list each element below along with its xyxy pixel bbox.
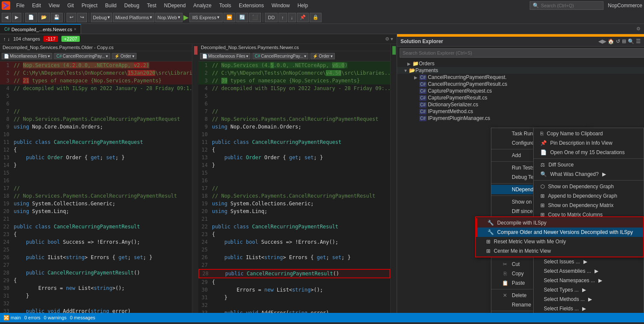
tab-close-btn[interactable]: × (74, 27, 76, 32)
iis-btn[interactable]: IIS Express ▾ (189, 13, 223, 22)
next-change-btn[interactable]: ↓ (8, 36, 10, 41)
attach-btn[interactable]: ⏩ (223, 13, 235, 22)
left-file-btn[interactable]: 📄 Miscellaneous Files ▾ (2, 53, 52, 59)
right-file-btn[interactable]: 📄 Miscellaneous Files ▾ (200, 53, 250, 59)
tree-item-capture-res[interactable]: C# CapturePaymentResult.cs (397, 94, 644, 101)
se-btn-1[interactable]: ◀▶ (598, 38, 606, 44)
ndepend-declarations[interactable]: 📄 Open One of my 15 Declarations (534, 148, 644, 157)
ndepend-select-issues[interactable]: Select Issues ... ▶ (534, 257, 644, 266)
se-btn-6[interactable]: ☰ (636, 38, 641, 44)
menu-view[interactable]: View (45, 2, 63, 9)
code-line: 24 public bool Success => !Errors.Any(); (198, 238, 390, 246)
se-btn-3[interactable]: ↺ (616, 38, 620, 44)
right-code-content[interactable]: 1// Nop.Services (4.5.0.0, .NETCoreApp, … (198, 61, 390, 313)
app-name-label: NopCommerce (608, 3, 642, 9)
project-dropdown[interactable]: Nop.Web ▾ (155, 13, 183, 22)
stop-btn[interactable]: ⬛ (249, 13, 261, 22)
ndepend-select-assemblies[interactable]: Select Assemblies ... ▶ (534, 266, 644, 276)
tree-item-cancelresult[interactable]: C# CancelRecurringPaymentResult.cs (397, 81, 644, 88)
forward-btn[interactable]: ▶ (12, 13, 21, 22)
ndepend-append-dep-graph[interactable]: ⊞ Append to Dependency Graph (534, 191, 644, 201)
ndepend-copy-name[interactable]: ⎘ Copy Name to Clipboard (534, 129, 644, 138)
tree-item-ipayment[interactable]: C# IPaymentMethod.cs (397, 108, 644, 115)
ilspy-highlight-section: 28 public CancelRecurringPaymentResult() (198, 269, 390, 278)
menu-file[interactable]: File (13, 2, 28, 9)
menu-edit[interactable]: Edit (29, 2, 44, 9)
tree-item-iplugin[interactable]: C# IPaymentPluginManager.cs (397, 115, 644, 122)
se-btn-4[interactable]: ⊞ (622, 38, 626, 44)
ilspy-reset-metric[interactable]: ⊞ Reset Metric View with Me Only (476, 237, 643, 246)
active-tab[interactable]: C# Decompiled_...ents.Newer.cs × (0, 24, 81, 34)
menu-window[interactable]: Window (268, 2, 293, 9)
open-btn[interactable]: 📂 (38, 13, 50, 22)
ndepend-pin-desc[interactable]: 📌 Pin Description in Info View (534, 138, 644, 148)
undo-btn[interactable]: ↩ (67, 13, 76, 22)
git-branch[interactable]: 🔀 main (3, 315, 21, 321)
right-class-btn[interactable]: C# CancelRecurringPay... ▾ (252, 53, 308, 59)
extra-btn1[interactable]: DD (265, 13, 278, 22)
left-class-btn[interactable]: C# CancelRecurringPay... ▾ (54, 53, 110, 59)
menu-test[interactable]: Test (144, 2, 160, 9)
menu-help[interactable]: Help (294, 2, 311, 9)
menu-build[interactable]: Build (102, 2, 120, 9)
prev-change-btn[interactable]: ↑ (3, 36, 6, 41)
left-scrollbar[interactable] (192, 44, 198, 313)
ilspy-compare[interactable]: 🔧 Compare Older and Newer Versions Decom… (476, 228, 643, 237)
search-input[interactable] (541, 3, 600, 8)
menu-project[interactable]: Project (78, 2, 101, 9)
ndepend-item-label: Diff Source (548, 162, 574, 168)
platform-dropdown[interactable]: Mixed Platforms ▾ (113, 13, 154, 22)
se-btn-2[interactable]: 🏠 (608, 38, 614, 44)
ndepend-select-fields[interactable]: Select Fields ... ▶ (534, 304, 644, 313)
menu-git[interactable]: Git (64, 2, 77, 9)
right-code-pane: Decompiled_Nop.Services.Payments.Newer.c… (198, 44, 391, 313)
tree-item-dict[interactable]: C# DictionarySerializer.cs (397, 101, 644, 108)
redo-btn[interactable]: ↪ (77, 13, 87, 22)
reload-btn[interactable]: 🔄 (236, 13, 248, 22)
back-btn[interactable]: ◀ (2, 13, 11, 22)
tree-item-label: Payments (415, 67, 438, 73)
ctx-label: Copy (512, 271, 524, 277)
dep-graph-icon: ⬡ (540, 184, 545, 190)
ilspy-submenu[interactable]: 🔧 Decompile with ILSpy 🔧 Compare Older a… (475, 216, 644, 257)
ndepend-show-matrix[interactable]: ⊞ Show on Dependency Matrix (534, 201, 644, 210)
menu-ndepend[interactable]: NDepend (161, 2, 189, 9)
code-line: 9using Nop.Core.Domain.Orders; (198, 123, 390, 131)
tree-item-payments[interactable]: ▼ 📂 Payments (397, 67, 644, 74)
ndepend-diff-source[interactable]: ⚖ Diff Source (534, 160, 644, 169)
save-btn[interactable]: 💾 (51, 13, 63, 22)
ilspy-center[interactable]: ⊞ Center Me in Metric View (476, 246, 643, 256)
diff-settings-btn[interactable]: ⚙ ▾ (385, 36, 393, 42)
left-member-btn[interactable]: ⚡ Order ▾ (112, 53, 136, 59)
tree-item-orders[interactable]: ▶ 📁 Orders (397, 60, 644, 67)
debug-config-dropdown[interactable]: Debug ▾ (91, 13, 112, 22)
ndepend-what-changed[interactable]: 🔍 What Was Changed? ▶ (534, 169, 644, 179)
se-search-input[interactable] (400, 48, 644, 58)
tree-item-cancelrecurring[interactable]: ▶ C# CancelRecurringPaymentRequest. (397, 74, 644, 81)
ndepend-item-label: Append to Dependency Graph (548, 193, 617, 199)
right-member-btn[interactable]: ⚡ Order ▾ (310, 53, 335, 59)
extra-btn2[interactable]: ↑ (278, 13, 287, 22)
global-search-box[interactable]: 🔍 (530, 1, 603, 10)
run-btn[interactable]: ▶ (183, 13, 189, 21)
ndepend-select-types[interactable]: Select Types ... ▶ (534, 285, 644, 295)
right-scrollbar[interactable] (391, 44, 397, 313)
left-code-content[interactable]: 1// Nop.Services (4.2.0.0, .NETCoreApp, … (0, 61, 192, 313)
new-file-btn[interactable]: 📄 (25, 13, 37, 22)
code-line: 4// decompiled with ILSpy on 2022 Januar… (198, 85, 390, 92)
pin-btn[interactable]: 📌 (297, 13, 309, 22)
menu-extensions[interactable]: Extensions (235, 2, 267, 9)
menu-debug[interactable]: Debug (121, 2, 142, 9)
menu-analyze[interactable]: Analyze (190, 2, 215, 9)
extra-btn3[interactable]: ↓ (288, 13, 296, 22)
ndepend-select-namespaces[interactable]: Select Namespaces ... ▶ (534, 276, 644, 285)
se-btn-5[interactable]: 🔍 (628, 38, 634, 44)
ndepend-select-methods[interactable]: Select Methods ... ▶ (534, 295, 644, 304)
tree-item-capture-req[interactable]: C# CapturePaymentRequest.cs (397, 88, 644, 94)
ilspy-decompile[interactable]: 🔧 Decompile with ILSpy (476, 218, 643, 228)
pin-icon: 📌 (540, 140, 547, 146)
lock-btn[interactable]: 🔒 (310, 13, 322, 22)
tab-gear-btn[interactable]: ⚙ (633, 24, 644, 34)
ndepend-show-dep-graph[interactable]: ⬡ Show on Dependency Graph (534, 182, 644, 191)
menu-tools[interactable]: Tools (216, 2, 235, 9)
